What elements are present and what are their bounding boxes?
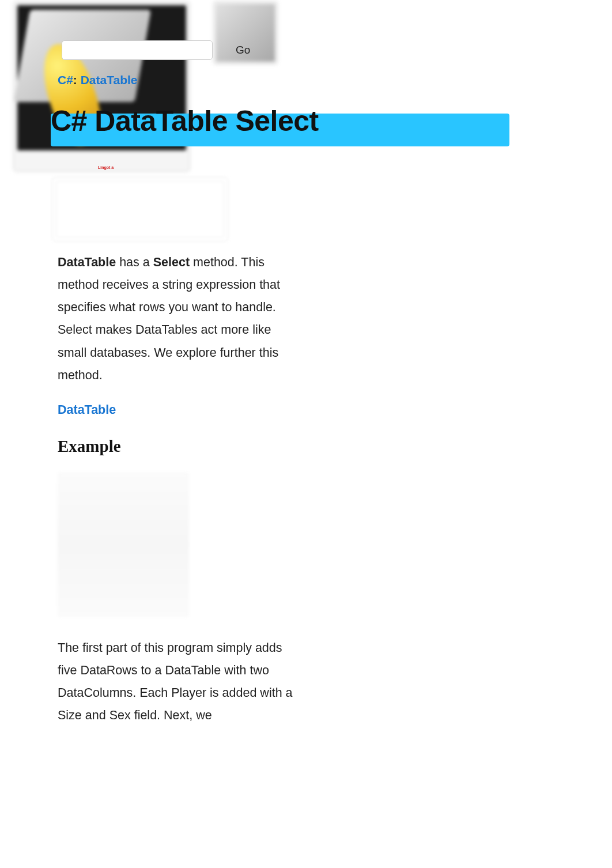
breadcrumb-topic-link[interactable]: DataTable bbox=[81, 73, 138, 86]
intro-paragraph: DataTable has a Select method. This meth… bbox=[58, 251, 299, 387]
example-paragraph: The first part of this program simply ad… bbox=[58, 637, 299, 727]
datatable-link[interactable]: DataTable bbox=[58, 403, 299, 417]
intro-text-1: has a bbox=[116, 255, 153, 269]
page-title: C# DataTable Select bbox=[51, 105, 319, 137]
search-bar: Go bbox=[62, 40, 250, 60]
breadcrumb: C#: DataTable bbox=[58, 73, 138, 87]
breadcrumb-lang-link[interactable]: C# bbox=[58, 73, 73, 86]
breadcrumb-separator: : bbox=[73, 73, 77, 86]
illustration-placeholder-1 bbox=[52, 177, 228, 241]
logo-caption: Lingot a bbox=[98, 165, 114, 169]
search-input[interactable] bbox=[62, 40, 213, 60]
intro-strong-select: Select bbox=[153, 255, 190, 269]
example-heading: Example bbox=[58, 437, 299, 456]
intro-text-2: method. This method receives a string ex… bbox=[58, 255, 280, 382]
go-button[interactable]: Go bbox=[236, 44, 250, 56]
illustration-placeholder-2 bbox=[58, 472, 189, 617]
intro-strong-datatable: DataTable bbox=[58, 255, 116, 269]
article-content: DataTable has a Select method. This meth… bbox=[58, 251, 299, 741]
